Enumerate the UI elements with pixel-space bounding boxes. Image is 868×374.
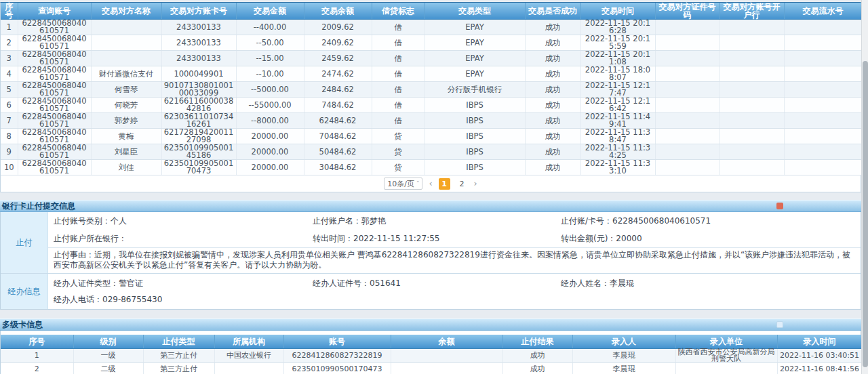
table-cell	[784, 66, 862, 82]
table-cell: 1	[1, 348, 73, 362]
page-size-select[interactable]: 10条/页 ˅	[384, 178, 422, 190]
table-cell: 李晨琨	[572, 362, 675, 374]
field-agent-name: 经办人姓名：李晨琨	[561, 275, 861, 291]
table-cell	[719, 144, 784, 160]
table-cell: 借	[372, 35, 425, 51]
column-header: 录入单位	[675, 335, 777, 348]
table-cell: 财付通微信支付	[91, 66, 161, 82]
table-cell	[784, 82, 862, 98]
agent-info-group: 经办信息 经办人证件类型：警官证 经办人证件号：051641 经办人姓名：李晨琨…	[1, 273, 861, 309]
table-cell	[655, 35, 719, 51]
multilevel-table-body: 1一级第三方止付中国农业银行6228412860827322819成功李晨琨陕西…	[1, 348, 862, 374]
table-cell: 6228450068040610571	[18, 20, 91, 35]
table-cell: 6228450068040610571	[18, 160, 91, 175]
table-cell: 2022-11-15 20:15:59	[580, 35, 655, 51]
table-cell	[719, 82, 784, 98]
table-cell: 2009.62	[304, 20, 372, 35]
table-cell: 一级	[73, 348, 143, 362]
table-cell: 2474.62	[304, 66, 372, 82]
table-cell: 借	[372, 20, 425, 35]
table-cell: 3	[1, 51, 18, 66]
table-cell	[719, 51, 784, 66]
scrollbar-thumb[interactable]	[863, 61, 868, 367]
table-cell: 成功	[525, 98, 580, 113]
table-cell	[719, 35, 784, 51]
table-cell	[784, 98, 862, 113]
page-button-2[interactable]: 2	[456, 178, 468, 190]
table-cell: 2022-11-15 11:33:10	[580, 160, 655, 175]
table-cell: 成功	[525, 82, 580, 98]
table-cell: 10	[1, 160, 18, 175]
stop-payment-group-label: 止付	[1, 212, 48, 273]
table-cell: IBPS	[425, 129, 525, 144]
table-cell: 5	[1, 82, 18, 98]
multilevel-section-title: 多级卡信息	[0, 318, 861, 331]
table-cell: 2022-11-15 11:34:25	[580, 144, 655, 160]
table-cell: 6228450068040610571	[18, 66, 91, 82]
table-cell	[719, 113, 784, 129]
table-cell	[91, 51, 161, 66]
section-title-text: 多级卡信息	[2, 320, 43, 329]
prev-page-button[interactable]: ‹	[429, 178, 432, 189]
vertical-scrollbar[interactable]	[861, 0, 868, 374]
table-cell: 30484.62	[304, 160, 372, 175]
field-transfer-amount: 转出金额(元)：20000	[561, 230, 861, 247]
table-row: 56228450068040610571何雪琴90107130801001000…	[1, 82, 862, 98]
stop-payment-fields: 止付账号类别：个人 止付账户名：郭梦艳 止付账/卡号：6228450068040…	[48, 212, 861, 273]
column-header: 余额	[391, 335, 502, 348]
column-header: 交易余额	[304, 3, 372, 20]
table-cell: 成功	[525, 66, 580, 82]
table-cell: IBPS	[425, 160, 525, 175]
table-cell: --55000.00	[236, 98, 304, 113]
table-cell: 70484.62	[304, 129, 372, 144]
table-cell: IBPS	[425, 144, 525, 160]
table-cell: 2409.62	[304, 35, 372, 51]
section-title-text: 银行卡止付提交信息	[2, 201, 75, 211]
table-cell: 借	[372, 98, 425, 113]
page-size-value: 10条/页	[387, 179, 414, 189]
column-header: 序号	[1, 3, 18, 20]
field-row: 经办人证件类型：警官证 经办人证件号：051641 经办人姓名：李晨琨	[48, 275, 861, 291]
field-account-type: 止付账号类别：个人	[54, 212, 313, 230]
table-cell: --15.00	[236, 51, 304, 66]
table-cell: 2	[1, 362, 73, 374]
column-header: 级别	[73, 335, 143, 348]
table-cell: 2022-11-16 03:40:51	[777, 348, 862, 362]
table-cell: 成功	[525, 160, 580, 175]
next-page-button[interactable]: ›	[474, 178, 477, 189]
table-cell: 62484.62	[304, 113, 372, 129]
table-cell	[655, 51, 719, 66]
alert-icon	[776, 203, 783, 209]
field-transfer-time: 转出时间：2022-11-15 11:27:55	[313, 230, 561, 247]
table-cell	[719, 98, 784, 113]
column-header: 交易金额	[236, 3, 304, 20]
table-cell	[655, 160, 719, 175]
column-header: 交易对方账号开户行	[719, 3, 784, 20]
chevron-down-icon: ˅	[416, 180, 420, 187]
header-row: 序号级别止付类型所属机构账号余额止付结果录入人录入单位录入时间	[1, 335, 862, 348]
table-cell	[719, 20, 784, 35]
table-cell: --8000.00	[236, 113, 304, 129]
column-header: 止付结果	[502, 335, 572, 348]
table-cell: 2	[1, 35, 18, 51]
table-cell	[784, 144, 862, 160]
table-cell: 6228450068040610571	[18, 82, 91, 98]
table-cell: IBPS	[425, 113, 525, 129]
table-cell: 243300133	[161, 20, 236, 35]
table-cell: 243300133	[161, 35, 236, 51]
table-cell: 6230361101073416261	[161, 113, 236, 129]
table-cell: --400.00	[236, 20, 304, 35]
multilevel-table: 序号级别止付类型所属机构账号余额止付结果录入人录入单位录入时间 1一级第三方止付…	[1, 335, 863, 374]
table-cell	[784, 35, 862, 51]
table-cell: 9010713080100100033099	[161, 82, 236, 98]
table-cell: 7	[1, 113, 18, 129]
table-cell: 2022-11-15 20:11:08	[580, 51, 655, 66]
table-cell: 成功	[525, 144, 580, 160]
multilevel-body: 序号级别止付类型所属机构账号余额止付结果录入人录入单位录入时间 1一级第三方止付…	[0, 331, 861, 374]
table-cell: 9	[1, 144, 18, 160]
table-cell: 何雪琴	[91, 82, 161, 98]
table-cell: 贷	[372, 144, 425, 160]
table-cell: EPAY	[425, 51, 525, 66]
table-cell: 成功	[525, 129, 580, 144]
page-button-1[interactable]: 1	[439, 178, 450, 190]
